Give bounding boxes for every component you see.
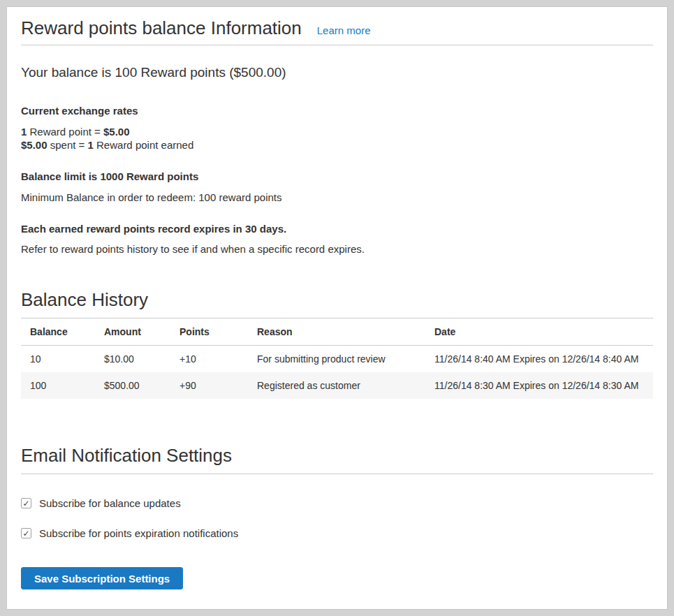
exchange-rates-text: 1 Reward point = $5.00 $5.00 spent = 1 R… [21, 125, 653, 152]
learn-more-link[interactable]: Learn more [317, 24, 371, 36]
cell-date: 11/26/14 8:40 AM Expires on 12/26/14 8:4… [425, 346, 653, 373]
page-title: Reward points balance Information [21, 16, 302, 40]
cell-balance: 100 [21, 372, 95, 399]
expiration-notifications-label: Subscribe for points expiration notifica… [39, 527, 238, 539]
save-subscription-settings-button[interactable]: Save Subscription Settings [21, 567, 183, 589]
exchange-rates-heading: Current exchange rates [21, 104, 653, 117]
expiration-note: Refer to reward points history to see if… [21, 242, 653, 256]
rate-line-2: $5.00 spent = 1 Reward point earned [21, 139, 193, 151]
balance-updates-label: Subscribe for balance updates [39, 497, 181, 509]
col-header-date: Date [425, 318, 653, 346]
subscribe-balance-updates-row: Subscribe for balance updates [21, 497, 653, 509]
col-header-amount: Amount [95, 318, 170, 346]
table-row: 100 $500.00 +90 Registered as customer 1… [21, 372, 653, 399]
reward-points-panel: Reward points balance Information Learn … [6, 6, 668, 610]
balance-updates-checkbox[interactable] [21, 498, 31, 508]
cell-reason: For submitting product review [248, 346, 425, 373]
panel-header: Reward points balance Information Learn … [21, 16, 653, 45]
table-header-row: Balance Amount Points Reason Date [21, 318, 653, 346]
cell-balance: 10 [21, 346, 95, 373]
cell-reason: Registered as customer [248, 372, 425, 399]
minimum-balance-text: Minimum Balance in order to redeem: 100 … [21, 191, 653, 204]
balance-summary: Your balance is 100 Reward points ($500.… [21, 64, 653, 81]
cell-amount: $10.00 [95, 346, 170, 373]
balance-history-title: Balance History [21, 289, 653, 318]
cell-date: 11/26/14 8:30 AM Expires on 12/26/14 8:3… [425, 372, 653, 399]
table-row: 10 $10.00 +10 For submitting product rev… [21, 346, 653, 373]
col-header-reason: Reason [248, 318, 425, 346]
cell-amount: $500.00 [95, 372, 170, 399]
cell-points: +10 [170, 346, 248, 373]
rate-line-1: 1 Reward point = $5.00 [21, 126, 130, 138]
subscribe-expiration-notifications-row: Subscribe for points expiration notifica… [21, 527, 653, 539]
balance-history-table: Balance Amount Points Reason Date 10 $10… [21, 318, 653, 399]
email-settings-title: Email Notification Settings [21, 445, 653, 474]
expiration-notifications-checkbox[interactable] [21, 528, 31, 538]
balance-limit-heading: Balance limit is 1000 Reward points [21, 170, 653, 183]
cell-points: +90 [170, 372, 248, 399]
col-header-balance: Balance [21, 318, 95, 346]
col-header-points: Points [170, 318, 248, 346]
expiration-heading: Each earned reward points record expires… [21, 222, 653, 235]
